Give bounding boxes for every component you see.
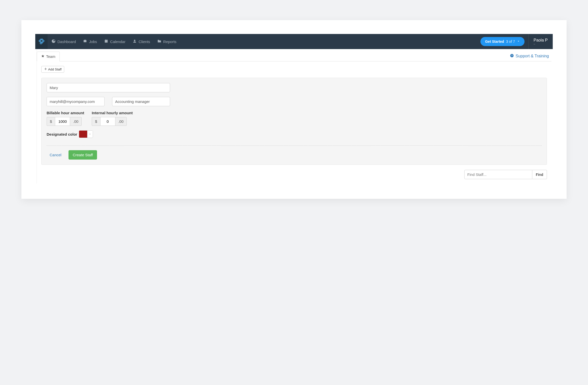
- color-picker[interactable]: [79, 130, 93, 138]
- cancel-button[interactable]: Cancel: [47, 153, 64, 157]
- create-staff-button[interactable]: Create Staff: [69, 150, 97, 160]
- briefcase-icon: [83, 39, 87, 44]
- find-staff-input[interactable]: [464, 170, 532, 179]
- app-logo[interactable]: [35, 34, 48, 49]
- billable-amount-input[interactable]: [55, 117, 70, 126]
- help-icon: ?: [510, 54, 514, 59]
- color-swatch: [79, 131, 87, 138]
- dashboard-icon: [51, 39, 56, 44]
- star-icon: [41, 54, 45, 59]
- svg-text:?: ?: [511, 54, 513, 57]
- staff-name-input[interactable]: [47, 83, 170, 92]
- internal-amount-input[interactable]: [100, 117, 115, 126]
- nav-label: Calendar: [110, 40, 125, 44]
- user-icon: [133, 39, 137, 44]
- color-label: Designated color: [47, 132, 77, 136]
- nav-calendar[interactable]: Calendar: [101, 34, 129, 49]
- top-navbar: Dashboard Jobs Calendar Clients: [35, 34, 553, 49]
- user-subtext: –: [534, 43, 548, 45]
- get-started-label: Get Started: [485, 40, 504, 44]
- create-staff-form: Billable hour amount $ .00 In: [41, 78, 547, 165]
- currency-prefix: $: [47, 117, 55, 126]
- tab-label: Team: [46, 54, 55, 59]
- decimal-suffix: .00: [70, 117, 82, 126]
- user-menu[interactable]: Paola P –: [528, 34, 553, 49]
- caret-down-icon: [87, 131, 93, 138]
- nav-label: Clients: [139, 40, 150, 44]
- billable-label: Billable hour amount: [47, 111, 84, 115]
- currency-prefix: $: [92, 117, 100, 126]
- divider: [47, 145, 542, 146]
- get-started-button[interactable]: Get Started 3 of 7: [480, 37, 525, 46]
- staff-email-input[interactable]: [47, 97, 105, 106]
- nav-jobs[interactable]: Jobs: [79, 34, 101, 49]
- staff-title-input[interactable]: [112, 97, 170, 106]
- internal-label: Internal hourly amount: [92, 111, 133, 115]
- tab-team[interactable]: Team: [37, 52, 60, 61]
- support-label: Support & Training: [515, 54, 549, 58]
- nav-clients[interactable]: Clients: [129, 34, 154, 49]
- nav-dashboard[interactable]: Dashboard: [48, 34, 79, 49]
- decimal-suffix: .00: [115, 117, 127, 126]
- nav-reports[interactable]: Reports: [154, 34, 180, 49]
- folder-icon: [157, 39, 161, 44]
- chevron-down-icon: [517, 40, 520, 44]
- user-name: Paola P: [534, 38, 548, 43]
- nav-label: Dashboard: [57, 40, 76, 44]
- nav-label: Reports: [163, 40, 177, 44]
- get-started-progress: 3 of 7: [506, 40, 515, 44]
- find-button[interactable]: Find: [532, 170, 547, 179]
- nav-label: Jobs: [89, 40, 97, 44]
- add-staff-label: Add Staff: [48, 67, 61, 71]
- add-staff-button[interactable]: Add Staff: [41, 66, 64, 73]
- calendar-icon: [104, 39, 108, 44]
- plus-icon: [44, 67, 47, 71]
- support-training-link[interactable]: ? Support & Training: [510, 54, 549, 61]
- tabs-row: Team ? Support & Training: [37, 52, 551, 61]
